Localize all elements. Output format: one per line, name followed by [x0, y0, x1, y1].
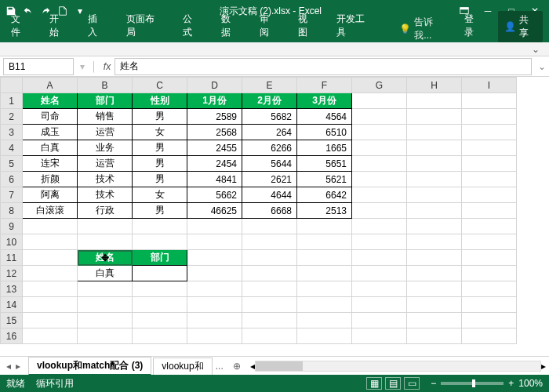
cell[interactable] [242, 328, 297, 344]
select-all[interactable] [1, 78, 23, 93]
sheet-tab-active[interactable]: vlookup和match配合 (3) [28, 357, 151, 376]
cell[interactable]: 白真 [23, 140, 78, 156]
cell[interactable] [352, 156, 407, 172]
cell[interactable] [462, 250, 517, 266]
cell[interactable]: 6266 [242, 140, 297, 156]
zoom-level[interactable]: 100% [518, 378, 543, 389]
view-break-icon[interactable]: ▭ [404, 377, 420, 390]
cell[interactable]: 阿离 [23, 187, 78, 203]
zoom-out-icon[interactable]: − [431, 378, 436, 389]
cell[interactable] [352, 250, 407, 266]
cell[interactable] [133, 266, 187, 281]
cell[interactable] [352, 297, 407, 313]
cell[interactable]: 264 [242, 125, 297, 140]
col-header[interactable]: C [133, 78, 187, 93]
collapse-ribbon-icon[interactable]: ⌄ [529, 44, 543, 55]
col-header[interactable]: F [297, 78, 352, 93]
row-header[interactable]: 1 [1, 93, 23, 109]
cell[interactable]: 运营 [78, 156, 133, 172]
cell[interactable]: 2455 [187, 140, 242, 156]
row-header[interactable]: 7 [1, 187, 23, 203]
cell[interactable] [297, 328, 352, 344]
tab-layout[interactable]: 页面布局 [122, 9, 167, 42]
cell[interactable] [462, 219, 517, 234]
col-header[interactable]: I [462, 78, 517, 93]
cell[interactable] [242, 297, 297, 313]
cell[interactable] [23, 313, 78, 328]
cell[interactable] [23, 328, 78, 344]
cell[interactable] [407, 187, 462, 203]
cell[interactable] [242, 266, 297, 281]
row-header[interactable]: 14 [1, 297, 23, 313]
cell[interactable]: 男 [133, 203, 187, 219]
row-header[interactable]: 8 [1, 203, 23, 219]
cell[interactable] [297, 281, 352, 297]
row-header[interactable]: 4 [1, 140, 23, 156]
cell[interactable] [407, 140, 462, 156]
cell[interactable] [78, 281, 133, 297]
cell[interactable]: 行政 [78, 203, 133, 219]
cell[interactable]: 男 [133, 172, 187, 187]
cell[interactable] [23, 234, 78, 250]
cell[interactable] [78, 234, 133, 250]
tell-me[interactable]: 💡告诉我... [399, 16, 448, 42]
cell[interactable] [407, 203, 462, 219]
cell[interactable] [407, 297, 462, 313]
cell[interactable] [187, 266, 242, 281]
cell[interactable]: 部门 [133, 250, 187, 266]
cell[interactable] [407, 281, 462, 297]
cell[interactable]: 男 [133, 140, 187, 156]
cell[interactable] [242, 313, 297, 328]
tab-view[interactable]: 视图 [293, 9, 321, 42]
cell[interactable] [407, 266, 462, 281]
cell[interactable] [462, 172, 517, 187]
cell[interactable]: 折颜 [23, 172, 78, 187]
cell[interactable] [352, 266, 407, 281]
cell[interactable]: 4644 [242, 187, 297, 203]
cell[interactable]: 6510 [297, 125, 352, 140]
cell[interactable]: 白真 [78, 266, 133, 281]
cell[interactable] [23, 250, 78, 266]
cell[interactable] [242, 219, 297, 234]
cell[interactable] [187, 281, 242, 297]
tab-formulas[interactable]: 公式 [178, 9, 205, 42]
cell[interactable] [297, 234, 352, 250]
cell[interactable]: 2568 [187, 125, 242, 140]
tab-review[interactable]: 审阅 [255, 9, 282, 42]
cell[interactable]: 1665 [297, 140, 352, 156]
cell[interactable]: 5621 [297, 172, 352, 187]
cell[interactable] [352, 219, 407, 234]
cell[interactable] [407, 172, 462, 187]
row-header[interactable]: 9 [1, 219, 23, 234]
cell[interactable] [242, 250, 297, 266]
zoom-in-icon[interactable]: + [508, 378, 514, 389]
cell[interactable]: 白滚滚 [23, 203, 78, 219]
cell[interactable] [462, 140, 517, 156]
zoom-slider[interactable] [441, 382, 504, 385]
cell[interactable]: 成玉 [23, 125, 78, 140]
cell[interactable]: 6642 [297, 187, 352, 203]
cell[interactable] [187, 234, 242, 250]
cell[interactable] [462, 281, 517, 297]
cell[interactable] [23, 297, 78, 313]
cell[interactable] [462, 313, 517, 328]
cell[interactable] [78, 328, 133, 344]
tab-insert[interactable]: 插入 [83, 9, 111, 42]
cell[interactable]: 3月份 [297, 93, 352, 109]
cell[interactable] [78, 313, 133, 328]
cell[interactable] [352, 125, 407, 140]
row-header[interactable]: 6 [1, 172, 23, 187]
cell[interactable] [297, 297, 352, 313]
sheet-nav-last-icon[interactable]: ▸ [14, 361, 22, 372]
cell[interactable]: 司命 [23, 109, 78, 125]
cell[interactable] [407, 109, 462, 125]
cell[interactable]: 5644 [242, 156, 297, 172]
cell[interactable] [407, 328, 462, 344]
row-header[interactable]: 13 [1, 281, 23, 297]
cell[interactable]: 女 [133, 125, 187, 140]
col-header[interactable]: E [242, 78, 297, 93]
cell[interactable] [407, 156, 462, 172]
cell[interactable] [242, 234, 297, 250]
row-header[interactable]: 12 [1, 266, 23, 281]
cell[interactable]: 男 [133, 109, 187, 125]
